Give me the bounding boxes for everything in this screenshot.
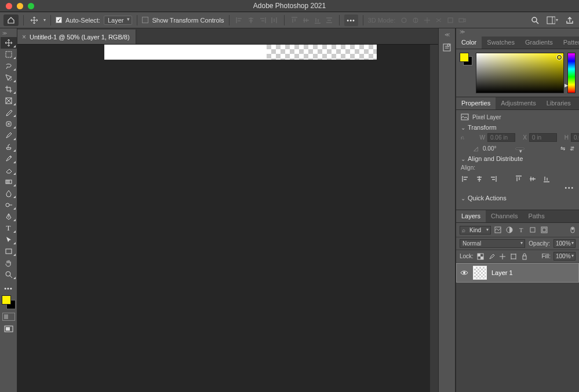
- color-handle-icon[interactable]: [557, 55, 562, 60]
- close-window-icon[interactable]: [6, 3, 12, 9]
- vertical-scrollbar[interactable]: [430, 45, 438, 392]
- hue-pointer-icon[interactable]: ▶: [565, 83, 568, 88]
- tab-layers[interactable]: Layers: [456, 210, 486, 222]
- link-wh-icon[interactable]: ⎌: [461, 134, 464, 141]
- history-brush-tool[interactable]: [1, 153, 17, 164]
- lock-all-icon[interactable]: [520, 252, 529, 261]
- color-swatches[interactable]: [2, 295, 16, 309]
- distribute-h-icon[interactable]: [269, 14, 279, 26]
- type-tool[interactable]: T: [1, 222, 17, 234]
- flip-horizontal-icon[interactable]: ⇋: [560, 145, 565, 152]
- transform-section-header[interactable]: Transform: [461, 124, 574, 131]
- collapse-panels-icon[interactable]: ≫: [456, 28, 579, 36]
- marquee-tool[interactable]: [1, 49, 17, 60]
- align-bottom-edges-icon[interactable]: [542, 174, 551, 184]
- filter-shape-icon[interactable]: [528, 225, 537, 235]
- tab-properties[interactable]: Properties: [456, 97, 496, 109]
- rectangle-tool[interactable]: [1, 246, 17, 257]
- lock-transparent-icon[interactable]: [476, 252, 485, 261]
- foreground-color-swatch[interactable]: [2, 295, 11, 305]
- align-hcenter-icon[interactable]: [246, 14, 256, 26]
- visibility-toggle-icon[interactable]: [460, 270, 468, 276]
- color-field[interactable]: [476, 53, 564, 93]
- dodge-tool[interactable]: [1, 199, 17, 211]
- align-bottom-icon[interactable]: [312, 14, 323, 26]
- move-tool[interactable]: [1, 37, 17, 49]
- lasso-tool[interactable]: [1, 60, 17, 72]
- close-tab-icon[interactable]: ×: [22, 33, 26, 41]
- flip-vertical-icon[interactable]: ⇵: [570, 145, 574, 152]
- tab-swatches[interactable]: Swatches: [482, 36, 520, 49]
- tab-adjustments[interactable]: Adjustments: [496, 97, 541, 109]
- distribute-v-icon[interactable]: [324, 14, 334, 26]
- quick-select-tool[interactable]: [1, 72, 17, 83]
- align-top-edges-icon[interactable]: [514, 174, 523, 184]
- blur-tool[interactable]: [1, 188, 17, 199]
- align-left-icon[interactable]: [234, 14, 245, 26]
- width-field[interactable]: 0.06 in: [487, 133, 515, 142]
- align-hcenters-icon[interactable]: [475, 174, 484, 184]
- chevron-down-icon[interactable]: ▾: [43, 17, 46, 23]
- filter-toggle-icon[interactable]: [570, 225, 576, 235]
- align-section-header[interactable]: Align and Distribute: [461, 155, 574, 162]
- auto-select-target-dropdown[interactable]: Layer: [104, 16, 133, 25]
- auto-select-checkbox[interactable]: ✓: [56, 17, 62, 23]
- zoom-tool[interactable]: [1, 269, 17, 280]
- history-panel-icon[interactable]: [440, 41, 453, 54]
- brush-tool[interactable]: [1, 130, 17, 141]
- tab-patterns[interactable]: Patterns: [558, 36, 579, 49]
- lock-image-icon[interactable]: [487, 252, 496, 261]
- align-top-icon[interactable]: [289, 14, 300, 26]
- pen-tool[interactable]: [1, 211, 17, 222]
- layer-name-label[interactable]: Layer 1: [491, 269, 513, 276]
- tab-color[interactable]: Color: [456, 36, 482, 49]
- eraser-tool[interactable]: [1, 164, 17, 176]
- fg-swatch-icon[interactable]: [460, 53, 469, 62]
- search-icon[interactable]: [529, 14, 541, 26]
- screen-mode-toggle[interactable]: [1, 323, 17, 335]
- lock-position-icon[interactable]: [498, 252, 507, 261]
- color-panel-swatches[interactable]: [460, 53, 472, 65]
- move-tool-icon[interactable]: [28, 14, 40, 26]
- share-icon[interactable]: [564, 14, 576, 26]
- layer-filter-kind-dropdown[interactable]: Kind: [460, 226, 491, 235]
- hue-slider[interactable]: ▶: [567, 53, 576, 93]
- maximize-window-icon[interactable]: [28, 3, 34, 9]
- hand-tool[interactable]: [1, 257, 17, 269]
- path-select-tool[interactable]: [1, 234, 17, 246]
- opacity-field[interactable]: 100%: [553, 239, 576, 248]
- filter-smart-icon[interactable]: [540, 225, 549, 235]
- layer-row[interactable]: Layer 1: [456, 263, 579, 283]
- tab-channels[interactable]: Channels: [486, 210, 523, 222]
- tab-gradients[interactable]: Gradients: [520, 36, 558, 49]
- more-options-icon[interactable]: •••: [344, 14, 358, 26]
- workspace-switcher-icon[interactable]: ▾: [547, 14, 558, 26]
- collapse-toolbar-icon[interactable]: ≫: [0, 30, 9, 37]
- canvas-viewport[interactable]: [17, 45, 438, 392]
- canvas[interactable]: [104, 45, 377, 60]
- show-transform-checkbox[interactable]: [142, 17, 148, 23]
- clone-stamp-tool[interactable]: [1, 141, 17, 153]
- align-vcenter-icon[interactable]: [301, 14, 311, 26]
- blend-mode-dropdown[interactable]: Normal: [460, 239, 525, 248]
- quick-actions-header[interactable]: Quick Actions: [461, 195, 574, 202]
- lock-artboard-icon[interactable]: [509, 252, 518, 261]
- edit-toolbar-icon[interactable]: •••: [1, 285, 17, 292]
- quick-mask-toggle[interactable]: [2, 313, 15, 321]
- home-button[interactable]: [3, 14, 19, 26]
- angle-unit-dropdown[interactable]: [515, 148, 525, 150]
- filter-adjust-icon[interactable]: [505, 225, 514, 235]
- tab-paths[interactable]: Paths: [523, 210, 550, 222]
- crop-tool[interactable]: [1, 83, 17, 95]
- expand-panel-icon[interactable]: ≪: [445, 32, 450, 38]
- tab-libraries[interactable]: Libraries: [541, 97, 576, 109]
- minimize-window-icon[interactable]: [17, 3, 23, 9]
- filter-type-icon[interactable]: T: [516, 225, 526, 235]
- document-tab[interactable]: × Untitled-1 @ 50% (Layer 1, RGB/8): [17, 30, 136, 44]
- x-field[interactable]: 0 in: [529, 133, 557, 142]
- fill-field[interactable]: 100%: [553, 252, 576, 261]
- more-align-icon[interactable]: •••: [461, 185, 574, 191]
- align-right-edges-icon[interactable]: [489, 174, 498, 184]
- align-vcenters-icon[interactable]: [528, 174, 537, 184]
- align-left-edges-icon[interactable]: [461, 174, 470, 184]
